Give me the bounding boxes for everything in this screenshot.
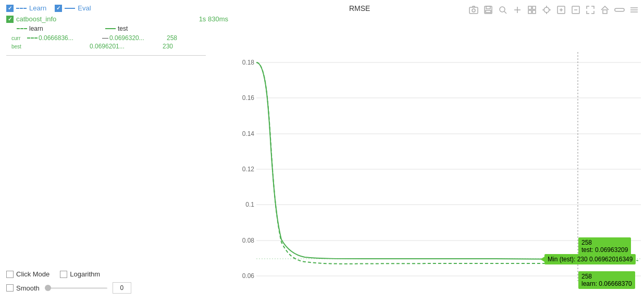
svg-text:0.18: 0.18 bbox=[242, 59, 255, 66]
best-values-row: best 0.0696201... 230 bbox=[11, 43, 228, 50]
control-row-1: Click Mode Logarithm bbox=[6, 270, 228, 278]
bottom-controls: Click Mode Logarithm Smooth 0 bbox=[6, 270, 228, 294]
tooltip-iter-learn: 258 bbox=[581, 273, 632, 280]
test-sub-text: test bbox=[118, 25, 128, 32]
curr-dash-sep: — bbox=[101, 34, 109, 42]
left-panel: ✓ Learn ✓ Eval ✓ catboost_info 1s 830ms … bbox=[0, 0, 234, 303]
smooth-checkbox[interactable] bbox=[6, 284, 14, 292]
catboost-time: 1s 830ms bbox=[199, 15, 228, 23]
eval-legend-item[interactable]: ✓ Eval bbox=[55, 4, 91, 12]
learn-legend-label: Learn bbox=[29, 4, 46, 12]
learn-sub-text: learn bbox=[29, 25, 43, 32]
best-label: best bbox=[11, 44, 27, 49]
curr-learn-val: 0.0666836... bbox=[39, 34, 101, 42]
tooltip-learn: 258 learn: 0.06668370 bbox=[578, 271, 635, 289]
smooth-value[interactable]: 0 bbox=[113, 282, 131, 294]
smooth-item: Smooth bbox=[6, 284, 40, 292]
click-mode-label: Click Mode bbox=[16, 270, 49, 278]
tooltip-test: 258 test: 0.06963209 bbox=[578, 237, 631, 255]
logarithm-label: Logarithm bbox=[70, 270, 100, 278]
slider-thumb[interactable] bbox=[45, 285, 51, 291]
svg-text:0.12: 0.12 bbox=[242, 166, 255, 173]
click-mode-checkbox[interactable] bbox=[6, 271, 14, 278]
legend-row: ✓ Learn ✓ Eval bbox=[6, 4, 228, 12]
curr-iter: 258 bbox=[167, 34, 177, 42]
smooth-slider[interactable] bbox=[45, 284, 107, 292]
logarithm-checkbox[interactable] bbox=[60, 271, 67, 278]
eval-legend-label: Eval bbox=[78, 4, 91, 12]
learn-legend-item[interactable]: ✓ Learn bbox=[6, 4, 46, 12]
click-mode-item[interactable]: Click Mode bbox=[6, 270, 49, 278]
curr-values-row: curr 0.0666836... — 0.0696320... 258 bbox=[11, 34, 228, 42]
tooltip-learn-val: learn: 0.06668370 bbox=[581, 280, 632, 287]
learn-curve bbox=[256, 62, 578, 264]
svg-text:0.06: 0.06 bbox=[242, 272, 255, 280]
learn-checkbox[interactable]: ✓ bbox=[6, 5, 14, 12]
test-solid-icon bbox=[105, 28, 116, 29]
logarithm-item[interactable]: Logarithm bbox=[60, 270, 100, 278]
svg-text:0.1: 0.1 bbox=[245, 201, 254, 208]
tooltip-iter-test: 258 bbox=[581, 239, 628, 246]
catboost-info-row: ✓ catboost_info 1s 830ms bbox=[6, 15, 228, 23]
tooltip-min: Min (test): 230 0.06962016349 bbox=[544, 254, 636, 264]
svg-text:0.16: 0.16 bbox=[242, 94, 255, 102]
sub-labels-row: learn test bbox=[17, 25, 228, 32]
curr-test-val: 0.0696320... bbox=[109, 34, 167, 42]
divider bbox=[6, 55, 206, 56]
slider-track bbox=[45, 287, 107, 289]
learn-line-icon bbox=[16, 8, 27, 9]
learn-sub-label: learn bbox=[17, 25, 105, 32]
test-sub-label: test bbox=[105, 25, 128, 32]
learn-dashed-icon bbox=[17, 28, 27, 29]
tooltip-arrow bbox=[540, 257, 544, 262]
smooth-label: Smooth bbox=[16, 284, 40, 292]
eval-line-icon bbox=[65, 8, 75, 9]
curr-learn-line bbox=[27, 37, 38, 39]
best-test-val: 0.0696201... bbox=[90, 43, 163, 50]
catboost-name: catboost_info bbox=[16, 15, 199, 23]
chart-area: 0.18 0.16 0.14 0.12 0.1 0.08 0.06 258 te… bbox=[234, 0, 644, 303]
best-iter: 230 bbox=[163, 43, 173, 50]
smooth-row: Smooth 0 bbox=[6, 282, 228, 294]
eval-checkbox[interactable]: ✓ bbox=[55, 5, 62, 12]
metric-label: RMSE bbox=[349, 4, 370, 12]
tooltip-test-val: test: 0.06963209 bbox=[581, 246, 628, 254]
test-curve bbox=[256, 62, 578, 259]
curr-label: curr bbox=[11, 35, 27, 41]
catboost-checkbox[interactable]: ✓ bbox=[6, 16, 14, 23]
spacer bbox=[6, 60, 228, 270]
tooltip-min-val: Min (test): 230 0.06962016349 bbox=[548, 256, 633, 263]
svg-text:0.14: 0.14 bbox=[242, 130, 255, 137]
svg-text:0.08: 0.08 bbox=[242, 237, 255, 244]
